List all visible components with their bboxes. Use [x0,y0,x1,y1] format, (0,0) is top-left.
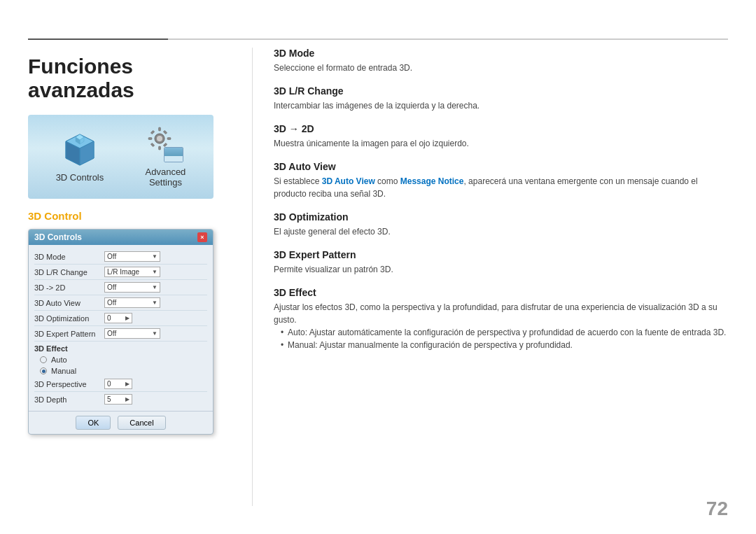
left-column: Funciones avanzadas 3D Controls [28,48,252,506]
dialog-row-optimization: 3D Optimization 0 ▶ [34,311,207,326]
dialog-row-perspective: 3D Perspective 0 ▶ [34,377,207,392]
feature-desc-auto-view: Si establece 3D Auto View como Message N… [274,175,728,200]
bullet-auto: Auto: Ajustar automáticamente la configu… [281,326,728,339]
feature-3d-mode: 3D Mode Seleccione el formato de entrada… [274,48,728,74]
icon-item-3d-controls: 3D Controls [56,132,104,183]
feature-title-lr-change: 3D L/R Change [274,85,728,97]
svg-rect-11 [148,138,152,140]
radio-manual[interactable] [40,367,47,374]
row-label-depth: 3D Depth [34,395,104,404]
svg-rect-16 [164,143,168,147]
dialog-3d-controls: 3D Controls × 3D Mode Off ▼ 3D L/R Chang… [28,229,214,435]
ok-button[interactable]: OK [76,416,111,430]
effect-bullets: Auto: Ajustar automáticamente la configu… [274,326,728,351]
svg-rect-10 [159,146,161,150]
stepper-perspective[interactable]: 0 ▶ [104,379,132,389]
cancel-button[interactable]: Cancel [118,416,165,430]
page-number: 72 [706,498,728,520]
select-arrow-3d-mode: ▼ [152,253,158,260]
dialog-row-lr-change: 3D L/R Change L/R Image ▼ [34,265,207,280]
feature-title-3d-effect: 3D Effect [274,287,728,298]
dialog-row-expert-pattern: 3D Expert Pattern Off ▼ [34,326,207,342]
stepper-optimization[interactable]: 0 ▶ [104,313,132,323]
cube-icon [62,132,98,168]
select-expert-pattern[interactable]: Off ▼ [104,328,160,339]
icon-panel: 3D Controls [28,115,214,199]
feature-title-auto-view: 3D Auto View [274,161,728,172]
dialog-close-button[interactable]: × [197,232,207,242]
dialog-footer: OK Cancel [29,411,213,434]
feature-title-3d-mode: 3D Mode [274,48,728,59]
row-label-3d-mode: 3D Mode [34,253,104,261]
feature-desc-3d-mode: Seleccione el formato de entrada 3D. [274,62,728,74]
row-label-lr-change: 3D L/R Change [34,268,104,276]
bullet-manual: Manual: Ajustar manualmente la configura… [281,339,728,351]
row-label-auto-view: 3D Auto View [34,299,104,307]
icon-label-advanced-settings: AdvancedSettings [146,167,186,188]
select-arrow-expert: ▼ [152,330,158,337]
highlight-manual: Manual [288,340,315,350]
select-lr-change[interactable]: L/R Image ▼ [104,267,160,277]
feature-title-expert-pattern: 3D Expert Pattern [274,249,728,260]
svg-rect-14 [151,143,155,147]
feature-desc-3d-effect: Ajustar los efectos 3D, como la perspect… [274,301,728,326]
svg-point-8 [157,136,162,141]
feature-desc-3d-to-2d: Muestra únicamente la imagen para el ojo… [274,137,728,150]
svg-rect-12 [167,138,171,140]
dialog-title: 3D Controls [34,232,82,242]
feature-title-3d-to-2d: 3D → 2D [274,123,728,134]
dialog-row-auto-view: 3D Auto View Off ▼ [34,295,207,311]
radio-label-manual: Manual [51,367,76,375]
svg-rect-13 [151,130,155,134]
dialog-titlebar: 3D Controls × [29,230,213,245]
gear-icon [147,126,172,151]
feature-title-optimization: 3D Optimization [274,211,728,223]
stepper-arrow-depth: ▶ [125,396,130,402]
right-column: 3D Mode Seleccione el formato de entrada… [252,48,728,506]
radio-row-auto: Auto [34,354,207,365]
feature-expert-pattern: 3D Expert Pattern Permite visualizar un … [274,249,728,276]
feature-optimization: 3D Optimization El ajuste general del ef… [274,211,728,238]
select-3d-mode[interactable]: Off ▼ [104,251,160,262]
select-arrow-3d-2d: ▼ [152,284,158,290]
gear-container [147,126,183,162]
radio-label-auto: Auto [51,356,67,364]
select-arrow-lr: ▼ [152,269,158,275]
dialog-row-3d-mode: 3D Mode Off ▼ [34,249,207,265]
select-3d-2d[interactable]: Off ▼ [104,282,160,293]
page-container: Funciones avanzadas 3D Controls [28,48,728,506]
feature-desc-lr-change: Intercambiar las imágenes de la izquierd… [274,99,728,112]
highlight-auto-view: 3D Auto View [322,176,375,186]
dialog-row-3d-2d: 3D -> 2D Off ▼ [34,280,207,295]
highlight-message-notice: Message Notice [400,176,464,186]
row-label-expert-pattern: 3D Expert Pattern [34,330,104,338]
top-border-accent [28,38,168,40]
svg-rect-9 [159,127,161,131]
dialog-row-depth: 3D Depth 5 ▶ [34,392,207,407]
feature-3d-effect: 3D Effect Ajustar los efectos 3D, como l… [274,287,728,351]
stepper-arrow-persp: ▶ [125,381,130,387]
feature-auto-view: 3D Auto View Si establece 3D Auto View c… [274,161,728,200]
feature-desc-optimization: El ajuste general del efecto 3D. [274,225,728,238]
radio-auto[interactable] [40,356,47,363]
feature-desc-expert-pattern: Permite visualizar un patrón 3D. [274,263,728,276]
icon-item-advanced-settings: AdvancedSettings [146,126,186,188]
dialog-effect-header: 3D Effect [34,342,207,354]
highlight-auto: Auto [288,328,305,337]
page-title: Funciones avanzadas [28,55,231,102]
icon-label-3d-controls: 3D Controls [56,172,104,183]
stepper-depth[interactable]: 5 ▶ [104,394,132,405]
dialog-body: 3D Mode Off ▼ 3D L/R Change L/R Image ▼ [29,245,213,411]
svg-rect-15 [164,130,168,134]
row-label-optimization: 3D Optimization [34,314,104,323]
select-arrow-auto-view: ▼ [152,300,158,306]
radio-row-manual: Manual [34,365,207,377]
section-label: 3D Control [28,210,231,222]
row-label-3d-2d: 3D -> 2D [34,283,104,292]
feature-3d-to-2d: 3D → 2D Muestra únicamente la imagen par… [274,123,728,150]
select-auto-view[interactable]: Off ▼ [104,297,160,308]
stepper-arrow-opt: ▶ [125,315,130,321]
feature-lr-change: 3D L/R Change Intercambiar las imágenes … [274,85,728,112]
row-label-perspective: 3D Perspective [34,380,104,388]
